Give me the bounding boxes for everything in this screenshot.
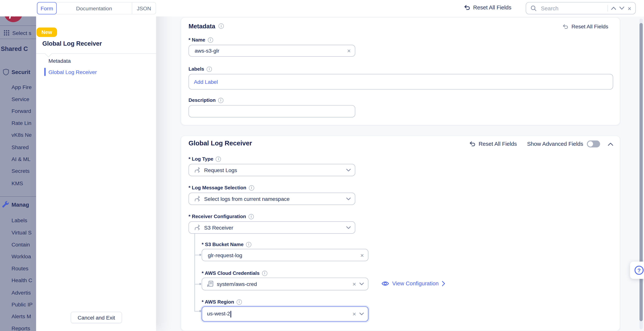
sidebar-item[interactable]: Secrets <box>12 168 30 174</box>
search-next-icon[interactable] <box>620 6 624 10</box>
labels-field[interactable]: Add Label <box>188 74 613 90</box>
help-button[interactable]: ? <box>630 262 644 279</box>
sidebar-item[interactable]: Health C <box>12 277 32 284</box>
panel-nav-global-log-receiver[interactable]: Global Log Receiver <box>48 69 97 75</box>
info-icon[interactable]: i <box>248 214 254 219</box>
info-icon[interactable]: i <box>207 66 212 72</box>
search-box: × <box>526 2 636 14</box>
description-field-label: Description i <box>188 97 223 103</box>
panel-divider <box>36 53 156 54</box>
clear-icon[interactable]: × <box>352 281 356 287</box>
tab-form[interactable]: Form <box>37 2 57 14</box>
sidebar-item[interactable]: Advertis <box>12 290 31 296</box>
info-icon[interactable]: i <box>246 242 251 247</box>
sidebar-item[interactable]: Virtual S <box>12 230 32 236</box>
cancel-and-exit-button[interactable]: Cancel and Exit <box>71 312 122 323</box>
select-service-button[interactable]: Select s <box>12 30 31 36</box>
tab-json[interactable]: JSON <box>132 2 156 14</box>
info-icon[interactable]: i <box>249 185 254 190</box>
toggle-knob <box>588 141 593 146</box>
log-message-selection-select[interactable]: Select logs from current namespace <box>188 192 355 205</box>
branch-icon <box>194 167 201 174</box>
receiver-configuration-label: * Receiver Configuration i <box>188 214 254 220</box>
sidebar-item[interactable]: Labels <box>12 217 27 224</box>
receiver-configuration-select[interactable]: S3 Receiver <box>188 221 355 234</box>
search-input[interactable] <box>540 5 604 12</box>
search-divider <box>608 5 608 12</box>
sidebar-item[interactable]: Service <box>12 96 29 102</box>
search-close-icon[interactable]: × <box>628 5 631 11</box>
show-advanced-fields-toggle[interactable] <box>587 140 600 148</box>
sidebar-divider <box>0 39 36 39</box>
glr-reset-label: Reset All Fields <box>479 141 517 147</box>
undo-icon <box>463 4 470 11</box>
aws-region-label: * AWS Region i <box>202 299 242 305</box>
global-log-receiver-card: Global Log Receiver Reset All Fields Sho… <box>181 136 620 331</box>
search-prev-icon[interactable] <box>611 6 616 10</box>
app-window: Form Documentation JSON Reset All Fields… <box>0 0 644 331</box>
grid-icon <box>3 30 10 36</box>
sidebar-item[interactable]: Shared <box>12 144 29 150</box>
sidebar-item[interactable]: App Fire <box>12 84 32 90</box>
reset-all-fields-button[interactable]: Reset All Fields <box>463 4 511 11</box>
info-icon[interactable]: i <box>262 270 267 276</box>
new-badge: New <box>37 28 57 37</box>
undo-icon <box>562 24 569 30</box>
panel-title: Global Log Receiver <box>42 40 102 47</box>
description-input[interactable] <box>194 108 351 115</box>
info-icon[interactable]: i <box>208 37 213 42</box>
metadata-reset-all-fields-button[interactable]: Reset All Fields <box>562 24 608 30</box>
reference-doc-icon <box>207 280 214 288</box>
view-configuration-link[interactable]: View Configuration <box>382 280 445 287</box>
panel-nav-metadata[interactable]: Metadata <box>48 58 71 64</box>
wrench-icon <box>2 201 10 208</box>
info-icon[interactable]: i <box>218 98 223 103</box>
sidebar-item[interactable]: Contain <box>12 242 30 248</box>
chevron-down-icon <box>346 168 351 171</box>
sidebar-item[interactable]: Routes <box>12 265 28 272</box>
left-sidebar: f5 Select s Shared C Securit App Fire Se… <box>0 0 36 331</box>
name-input[interactable] <box>194 47 344 54</box>
sidebar-item[interactable]: Public IP <box>12 302 32 308</box>
log-type-select[interactable]: Request Logs <box>188 164 355 176</box>
sidebar-item[interactable]: Forward <box>12 108 31 114</box>
info-icon[interactable]: i <box>216 156 221 162</box>
sidebar-item[interactable]: AI & ML <box>12 156 30 162</box>
sidebar-item[interactable]: KMS <box>12 180 23 186</box>
aws-region-combobox[interactable]: us-west-2 × <box>202 306 368 322</box>
active-nav-indicator <box>44 68 46 76</box>
glr-title-text: Global Log Receiver <box>188 140 252 147</box>
receiver-configuration-value: S3 Receiver <box>204 224 343 231</box>
collapse-section-icon[interactable] <box>608 142 613 146</box>
sidebar-item[interactable]: Alerts M <box>12 313 31 320</box>
name-label-text: * Name <box>188 37 205 43</box>
log-type-label: * Log Type i <box>188 156 221 162</box>
glr-reset-all-fields-button[interactable]: Reset All Fields <box>469 141 517 147</box>
tree-connector-elbow <box>194 284 199 284</box>
clear-icon[interactable]: × <box>347 48 351 54</box>
description-label-text: Description <box>188 97 216 103</box>
sidebar-section-manage[interactable]: Manag <box>12 202 29 208</box>
panel-collapse-notch[interactable] <box>45 50 52 57</box>
tab-group: Documentation JSON <box>56 2 156 14</box>
clear-icon[interactable]: × <box>360 252 364 258</box>
name-field: × <box>188 45 355 56</box>
sidebar-item[interactable]: Rate Lin <box>12 120 31 126</box>
top-bar: Form Documentation JSON Reset All Fields… <box>0 0 644 16</box>
sidebar-item[interactable]: Workloa <box>12 254 31 260</box>
tab-documentation[interactable]: Documentation <box>56 2 132 14</box>
sidebar-item[interactable]: Reports <box>12 325 30 331</box>
sidebar-section-security[interactable]: Securit <box>12 69 30 75</box>
add-label-button[interactable]: Add Label <box>194 79 218 85</box>
aws-region-value: us-west-2 <box>207 310 349 317</box>
s3-bucket-name-input[interactable] <box>207 252 357 258</box>
aws-cloud-credentials-value: system/aws-cred <box>217 281 349 287</box>
branch-icon <box>194 196 201 202</box>
sidebar-divider <box>0 26 36 26</box>
aws-cloud-credentials-select[interactable]: system/aws-cred × <box>202 278 368 290</box>
aws-cloud-credentials-label: * AWS Cloud Credentials i <box>202 270 267 276</box>
sidebar-item[interactable]: vK8s Ne <box>12 132 32 138</box>
info-icon[interactable]: i <box>218 24 224 29</box>
clear-icon[interactable]: × <box>352 311 356 317</box>
info-icon[interactable]: i <box>236 299 242 304</box>
